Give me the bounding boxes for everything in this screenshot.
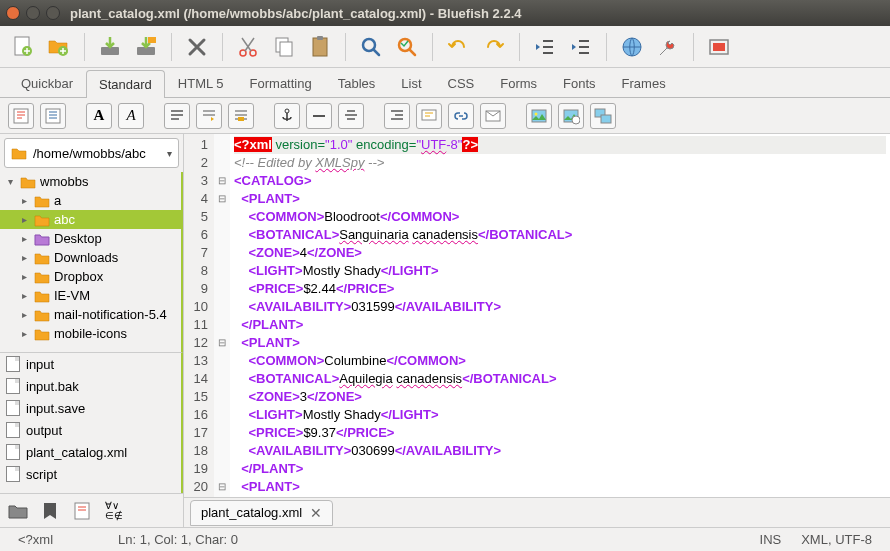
multi-thumb-button[interactable] <box>590 103 616 129</box>
strong-button[interactable]: A <box>86 103 112 129</box>
toolbar-tab-frames[interactable]: Frames <box>609 69 679 97</box>
preview-button[interactable] <box>617 32 647 62</box>
document-tab[interactable]: plant_catalog.xml ✕ <box>190 500 333 526</box>
expand-icon[interactable]: ▾ <box>4 176 16 187</box>
status-insert-mode[interactable]: INS <box>750 532 792 547</box>
center-button[interactable] <box>338 103 364 129</box>
status-encoding[interactable]: XML, UTF-8 <box>791 532 882 547</box>
align-right-button[interactable] <box>384 103 410 129</box>
expand-icon[interactable]: ▸ <box>18 252 30 263</box>
fold-toggle[interactable]: ⊟ <box>214 478 230 496</box>
window-minimize-button[interactable] <box>26 6 40 20</box>
svg-rect-9 <box>280 42 292 56</box>
expand-icon[interactable]: ▸ <box>18 195 30 206</box>
link-button[interactable] <box>448 103 474 129</box>
expand-icon[interactable]: ▸ <box>18 328 30 339</box>
folder-tree[interactable]: ▾wmobbs▸a▸abc▸Desktop▸Downloads▸Dropbox▸… <box>0 172 183 352</box>
find-replace-button[interactable] <box>392 32 422 62</box>
toolbar-tab-forms[interactable]: Forms <box>487 69 550 97</box>
expand-icon[interactable]: ▸ <box>18 233 30 244</box>
file-item[interactable]: output <box>0 419 181 441</box>
copy-button[interactable] <box>269 32 299 62</box>
charset-button[interactable]: ∀∨∈∉ <box>102 499 126 523</box>
path-selector[interactable]: /home/wmobbs/abc ▾ <box>4 138 179 168</box>
tree-item[interactable]: ▸Desktop <box>0 229 181 248</box>
tree-item-label: a <box>54 193 61 208</box>
thumbnail-button[interactable] <box>558 103 584 129</box>
toolbar-tab-tables[interactable]: Tables <box>325 69 389 97</box>
indent-button[interactable] <box>566 32 596 62</box>
comment-button[interactable] <box>416 103 442 129</box>
toolbar-tab-fonts[interactable]: Fonts <box>550 69 609 97</box>
email-button[interactable] <box>480 103 506 129</box>
window-maximize-button[interactable] <box>46 6 60 20</box>
toolbar-tab-quickbar[interactable]: Quickbar <box>8 69 86 97</box>
em-button[interactable]: A <box>118 103 144 129</box>
code-content[interactable]: <?xml version="1.0" encoding="UTF-8"?><!… <box>230 134 890 497</box>
statusbar: <?xml Ln: 1, Col: 1, Char: 0 INS XML, UT… <box>0 527 890 551</box>
snippets-button[interactable] <box>70 499 94 523</box>
cut-button[interactable] <box>233 32 263 62</box>
save-button[interactable] <box>95 32 125 62</box>
quickstart-button[interactable] <box>8 103 34 129</box>
anchor-button[interactable] <box>274 103 300 129</box>
expand-icon[interactable]: ▸ <box>18 309 30 320</box>
fold-toggle[interactable]: ⊟ <box>214 334 230 352</box>
file-item[interactable]: input.save <box>0 397 181 419</box>
file-item[interactable]: input <box>0 353 181 375</box>
save-as-button[interactable] <box>131 32 161 62</box>
tree-item[interactable]: ▸mobile-icons <box>0 324 181 343</box>
fold-toggle[interactable]: ⊟ <box>214 172 230 190</box>
folder-icon <box>34 232 50 246</box>
tree-item[interactable]: ▸Downloads <box>0 248 181 267</box>
code-view[interactable]: 12345678910111213141516171819202122 ⊟⊟⊟⊟… <box>184 134 890 497</box>
folder-icon <box>34 213 50 227</box>
fold-toggle <box>214 370 230 388</box>
toolbar-tab-css[interactable]: CSS <box>435 69 488 97</box>
new-file-button[interactable] <box>8 32 38 62</box>
fullscreen-button[interactable] <box>704 32 734 62</box>
open-folder-button[interactable] <box>6 499 30 523</box>
expand-icon[interactable]: ▸ <box>18 290 30 301</box>
toolbar-tab-html-5[interactable]: HTML 5 <box>165 69 237 97</box>
bookmarks-button[interactable] <box>38 499 62 523</box>
toolbar-tab-formatting[interactable]: Formatting <box>237 69 325 97</box>
editor: 12345678910111213141516171819202122 ⊟⊟⊟⊟… <box>184 134 890 527</box>
toolbar-tab-standard[interactable]: Standard <box>86 70 165 98</box>
toolbar-tabs: QuickbarStandardHTML 5FormattingTablesLi… <box>0 68 890 98</box>
para-button[interactable] <box>164 103 190 129</box>
paste-button[interactable] <box>305 32 335 62</box>
open-file-button[interactable] <box>44 32 74 62</box>
svg-rect-23 <box>532 110 546 122</box>
image-button[interactable] <box>526 103 552 129</box>
tree-item[interactable]: ▸Dropbox <box>0 267 181 286</box>
file-list[interactable]: inputinput.bakinput.saveoutputplant_cata… <box>0 352 183 493</box>
tree-item[interactable]: ▸abc <box>0 210 181 229</box>
body-button[interactable] <box>40 103 66 129</box>
tree-item[interactable]: ▸a <box>0 191 181 210</box>
tree-item[interactable]: ▸IE-VM <box>0 286 181 305</box>
close-tab-icon[interactable]: ✕ <box>310 505 322 521</box>
close-button[interactable] <box>182 32 212 62</box>
unindent-button[interactable] <box>530 32 560 62</box>
undo-button[interactable] <box>443 32 473 62</box>
break-button[interactable] <box>196 103 222 129</box>
fold-toggle <box>214 298 230 316</box>
hrule-button[interactable] <box>306 103 332 129</box>
file-item[interactable]: input.bak <box>0 375 181 397</box>
nbsp-button[interactable] <box>228 103 254 129</box>
fold-toggle[interactable]: ⊟ <box>214 190 230 208</box>
file-item[interactable]: script <box>0 463 181 485</box>
window-close-button[interactable] <box>6 6 20 20</box>
find-button[interactable] <box>356 32 386 62</box>
file-item[interactable]: plant_catalog.xml <box>0 441 181 463</box>
expand-icon[interactable]: ▸ <box>18 214 30 225</box>
tools-button[interactable] <box>653 32 683 62</box>
toolbar-tab-list[interactable]: List <box>388 69 434 97</box>
file-item-label: output <box>26 423 62 438</box>
expand-icon[interactable]: ▸ <box>18 271 30 282</box>
redo-button[interactable] <box>479 32 509 62</box>
tree-item[interactable]: ▸mail-notification-5.4 <box>0 305 181 324</box>
tree-item[interactable]: ▾wmobbs <box>0 172 181 191</box>
fold-column[interactable]: ⊟⊟⊟⊟ <box>214 134 230 497</box>
